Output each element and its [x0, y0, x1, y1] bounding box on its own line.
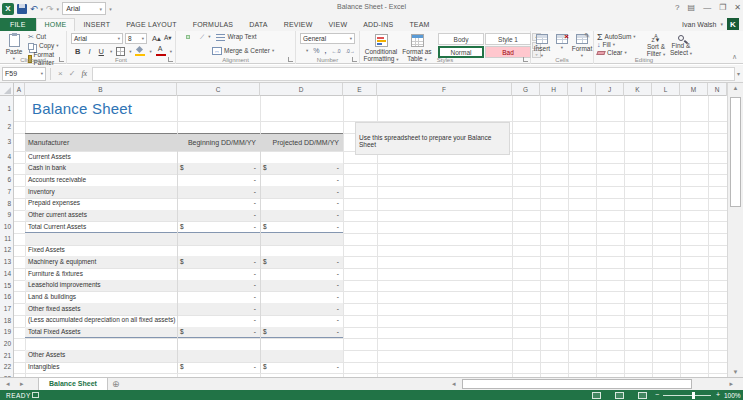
percent-style-icon[interactable]: % [313, 47, 319, 54]
clear-button[interactable]: Clear▾ [597, 49, 636, 57]
table-row-other-fixed-assets[interactable]: Other fixed assets-- [25, 303, 343, 315]
align-left-icon[interactable] [180, 49, 184, 53]
clipboard-dialog-launcher[interactable] [59, 57, 64, 62]
expand-formula-bar-icon[interactable]: ▾ [737, 70, 743, 77]
horizontal-scroll-thumb[interactable] [462, 379, 692, 389]
table-row-leasehold-improvements[interactable]: Leasehold improvements-- [25, 280, 343, 292]
column-header-I[interactable]: I [568, 83, 596, 96]
cancel-formula-icon[interactable]: × [55, 69, 66, 78]
increase-decimal-icon[interactable]: ←.0 [331, 48, 340, 54]
autosum-button[interactable]: ΣAutoSum▾ [597, 33, 636, 41]
cell-style-style-1[interactable]: Style 1 [485, 33, 531, 45]
row-header-8[interactable]: 8 [0, 200, 13, 207]
sort-filter-button[interactable]: AZ▼ Sort &Filter ▾ [644, 32, 668, 57]
row-header-11[interactable]: 11 [0, 235, 13, 242]
new-sheet-icon[interactable]: ⊕ [112, 379, 120, 389]
table-row-land-buildings[interactable]: Land & buildings-- [25, 291, 343, 303]
format-cells-button[interactable]: Format ▾ [572, 32, 592, 58]
table-row-machinery-equipment[interactable]: Machinery & equipment$-$- [25, 256, 343, 268]
table-row-total-current-assets[interactable]: Total Current Assets$-$- [25, 221, 343, 233]
row-header-7[interactable]: 7 [0, 188, 13, 195]
macro-record-icon[interactable] [32, 392, 39, 398]
row-header-3[interactable]: 3 [0, 138, 13, 145]
find-select-button[interactable]: Find &Select ▾ [669, 33, 693, 56]
row-header-10[interactable]: 10 [0, 223, 13, 230]
table-row-prepaid-expenses[interactable]: Prepaid expenses-- [25, 198, 343, 210]
row-header-22[interactable]: 22 [0, 363, 13, 370]
column-header-M[interactable]: M [680, 83, 708, 96]
column-header-G[interactable]: G [512, 83, 540, 96]
table-row-cash-in-bank[interactable]: Cash in bank$-$- [25, 163, 343, 175]
table-row-furniture-fixtures[interactable]: Furniture & fixtures-- [25, 268, 343, 280]
row-header-20[interactable]: 20 [0, 340, 13, 347]
row-header-5[interactable]: 5 [0, 165, 13, 172]
top-align-icon[interactable] [180, 35, 184, 39]
table-row-blank[interactable] [25, 338, 343, 350]
scroll-down-icon[interactable]: ▼ [728, 369, 743, 375]
orientation-dropdown-icon[interactable]: ▾ [208, 35, 210, 39]
user-account[interactable]: Ivan Walsh ▾ K [682, 18, 739, 30]
borders-dropdown-icon[interactable]: ▾ [129, 50, 131, 54]
table-row-less-accumulated-depreciation-on-all-fixed-assets[interactable]: (Less accumulated depreciation on all fi… [25, 315, 343, 327]
ribbon-tab-data[interactable]: DATA [241, 19, 275, 31]
row-header-12[interactable]: 12 [0, 246, 13, 253]
formula-input[interactable] [92, 67, 735, 81]
table-row-accounts-receivable[interactable]: Accounts receivable-- [25, 174, 343, 186]
table-row-inventory[interactable]: Inventory-- [25, 186, 343, 198]
delete-cells-button[interactable]: ▾ [552, 32, 572, 50]
row-header-18[interactable]: 18 [0, 317, 13, 324]
zoom-percent[interactable]: 100% [724, 392, 741, 399]
underline-dropdown-icon[interactable]: ▾ [110, 50, 112, 54]
sheet-title-cell[interactable]: Balance Sheet [32, 100, 132, 117]
fill-color-dropdown-icon[interactable]: ▾ [149, 50, 151, 54]
ribbon-tab-formulas[interactable]: FORMULAS [185, 19, 242, 31]
cell-style-body[interactable]: Body [438, 33, 484, 45]
minimize-icon[interactable]: — [703, 2, 711, 14]
increase-indent-icon[interactable] [204, 49, 208, 53]
close-icon[interactable]: ✕ [734, 2, 741, 14]
row-header-2[interactable]: 2 [0, 123, 13, 130]
accounting-dropdown-icon[interactable]: ▾ [306, 49, 308, 53]
font-dialog-launcher[interactable] [168, 57, 173, 62]
column-header-L[interactable]: L [652, 83, 680, 96]
table-row-current-assets[interactable]: Current Assets [25, 151, 343, 163]
column-header-A[interactable]: A [14, 83, 25, 96]
ribbon-tab-team[interactable]: TEAM [401, 19, 437, 31]
column-header-J[interactable]: J [596, 83, 624, 96]
shrink-font-icon[interactable]: A▾ [162, 34, 174, 42]
restore-icon[interactable]: ❐ [719, 2, 726, 14]
table-row-total-fixed-assets[interactable]: Total Fixed Assets$-$- [25, 327, 343, 339]
fill-color-icon[interactable] [135, 47, 145, 56]
horizontal-scrollbar[interactable]: ◂ ▸ [450, 379, 735, 390]
table-row-intangibles[interactable]: Intangibles$-$- [25, 362, 343, 374]
align-center-icon[interactable] [186, 49, 190, 53]
column-header-H[interactable]: H [540, 83, 568, 96]
font-name-combo[interactable]: Arial▾ [71, 33, 123, 44]
table-row-fixed-assets[interactable]: Fixed Assets [25, 245, 343, 257]
zoom-slider-thumb[interactable] [692, 392, 695, 399]
page-layout-view-icon[interactable] [615, 392, 624, 399]
table-row-blank[interactable] [25, 233, 343, 245]
row-header-1[interactable]: 1 [0, 105, 13, 112]
wrap-text-button[interactable]: Wrap Text [216, 33, 256, 41]
insert-cells-button[interactable]: Insert ▾ [532, 32, 552, 58]
ribbon-tab-review[interactable]: REVIEW [276, 19, 321, 31]
collapse-ribbon-icon[interactable]: ∧ [732, 53, 737, 61]
note-text-box[interactable]: Use this spreadsheet to prepare your Bal… [355, 122, 510, 155]
scroll-up-icon[interactable]: ▲ [728, 85, 743, 91]
bottom-align-icon[interactable] [192, 35, 196, 39]
ribbon-tab-insert[interactable]: INSERT [75, 19, 118, 31]
ribbon-display-icon[interactable]: ▤ [688, 2, 696, 14]
column-header-D[interactable]: D [260, 83, 343, 96]
ribbon-tab-page-layout[interactable]: PAGE LAYOUT [118, 19, 185, 31]
tab-scroll-right-icon[interactable]: ▸ [20, 380, 24, 388]
normal-view-icon[interactable] [592, 392, 601, 399]
table-row-other-current-assets[interactable]: Other current assets-- [25, 210, 343, 222]
copy-button[interactable]: Copy▾ [28, 42, 66, 50]
ribbon-tab-add-ins[interactable]: ADD-INS [355, 19, 401, 31]
select-all-corner[interactable] [0, 83, 14, 96]
hscroll-right-icon[interactable]: ▸ [729, 380, 733, 388]
row-header-21[interactable]: 21 [0, 352, 13, 359]
row-header-13[interactable]: 13 [0, 258, 13, 265]
font-size-combo[interactable]: 8▾ [125, 33, 147, 44]
